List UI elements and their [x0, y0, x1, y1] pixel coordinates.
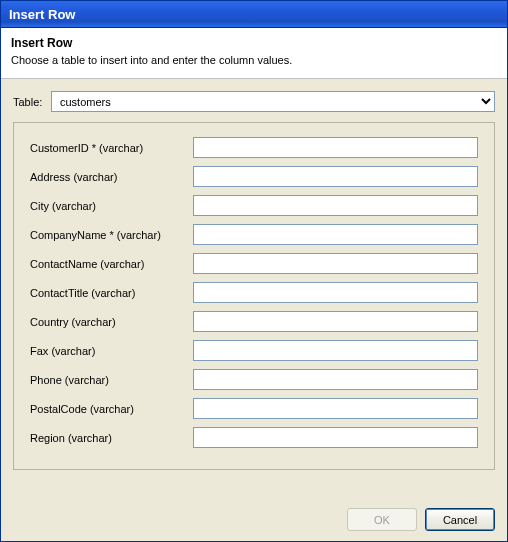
field-row-contacttitle: ContactTitle (varchar) — [30, 282, 478, 303]
table-selector-label: Table: — [13, 96, 51, 108]
columns-fieldset: CustomerID * (varchar) Address (varchar)… — [13, 122, 495, 470]
table-selector-wrap: customers — [51, 91, 495, 112]
field-row-postalcode: PostalCode (varchar) — [30, 398, 478, 419]
field-input-city[interactable] — [193, 195, 478, 216]
field-input-address[interactable] — [193, 166, 478, 187]
field-input-phone[interactable] — [193, 369, 478, 390]
field-input-postalcode[interactable] — [193, 398, 478, 419]
field-row-phone: Phone (varchar) — [30, 369, 478, 390]
field-row-city: City (varchar) — [30, 195, 478, 216]
title-bar[interactable]: Insert Row — [1, 1, 507, 28]
field-label-country: Country (varchar) — [30, 316, 193, 328]
field-input-companyname[interactable] — [193, 224, 478, 245]
field-row-address: Address (varchar) — [30, 166, 478, 187]
button-bar: OK Cancel — [347, 508, 495, 531]
field-input-contacttitle[interactable] — [193, 282, 478, 303]
table-select[interactable]: customers — [51, 91, 495, 112]
field-input-fax[interactable] — [193, 340, 478, 361]
field-label-postalcode: PostalCode (varchar) — [30, 403, 193, 415]
field-row-country: Country (varchar) — [30, 311, 478, 332]
field-label-address: Address (varchar) — [30, 171, 193, 183]
dialog-body: Table: customers CustomerID * (varchar) … — [1, 79, 507, 470]
window-title: Insert Row — [9, 7, 75, 22]
dialog-description: Choose a table to insert into and enter … — [11, 54, 497, 66]
field-label-contactname: ContactName (varchar) — [30, 258, 193, 270]
field-input-contactname[interactable] — [193, 253, 478, 274]
dialog-header: Insert Row Choose a table to insert into… — [1, 28, 507, 79]
table-selector-row: Table: customers — [13, 91, 495, 112]
field-label-companyname: CompanyName * (varchar) — [30, 229, 193, 241]
cancel-button[interactable]: Cancel — [425, 508, 495, 531]
field-label-region: Region (varchar) — [30, 432, 193, 444]
field-row-region: Region (varchar) — [30, 427, 478, 448]
ok-button: OK — [347, 508, 417, 531]
field-label-fax: Fax (varchar) — [30, 345, 193, 357]
field-label-contacttitle: ContactTitle (varchar) — [30, 287, 193, 299]
field-label-city: City (varchar) — [30, 200, 193, 212]
insert-row-dialog: Insert Row Insert Row Choose a table to … — [0, 0, 508, 542]
field-row-companyname: CompanyName * (varchar) — [30, 224, 478, 245]
field-input-customerid[interactable] — [193, 137, 478, 158]
field-label-customerid: CustomerID * (varchar) — [30, 142, 193, 154]
field-row-customerid: CustomerID * (varchar) — [30, 137, 478, 158]
field-input-region[interactable] — [193, 427, 478, 448]
field-input-country[interactable] — [193, 311, 478, 332]
dialog-heading: Insert Row — [11, 36, 497, 50]
field-row-fax: Fax (varchar) — [30, 340, 478, 361]
field-row-contactname: ContactName (varchar) — [30, 253, 478, 274]
field-label-phone: Phone (varchar) — [30, 374, 193, 386]
